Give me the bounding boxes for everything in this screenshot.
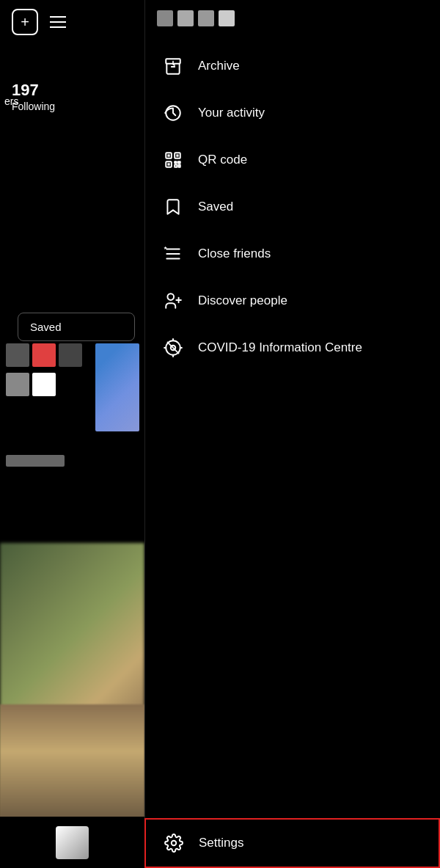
bookmark-icon xyxy=(163,197,183,217)
settings-label: Settings xyxy=(199,836,243,850)
svg-point-21 xyxy=(172,841,177,846)
menu-icon[interactable] xyxy=(50,16,66,28)
gear-icon xyxy=(164,833,184,853)
menu-item-archive[interactable]: Archive xyxy=(145,43,440,90)
saved-button[interactable]: Saved xyxy=(18,313,135,341)
covid-icon xyxy=(163,338,183,358)
thumb-5 xyxy=(32,373,56,396)
svg-rect-5 xyxy=(176,154,178,156)
discover-people-label: Discover people xyxy=(198,293,287,309)
color-squares-row xyxy=(145,0,440,37)
thumb-2 xyxy=(32,343,56,367)
thumbnail-row2 xyxy=(6,373,56,396)
saved-label: Saved xyxy=(198,199,233,215)
color-sq-4 xyxy=(219,10,235,26)
left-panel: + 197 Following ers Saved xyxy=(0,0,144,868)
svg-rect-6 xyxy=(167,163,169,165)
close-friends-icon xyxy=(163,244,183,264)
qr-icon xyxy=(163,150,183,170)
archive-label: Archive xyxy=(198,58,240,74)
nav-profile-thumb[interactable] xyxy=(56,826,89,859)
color-sq-1 xyxy=(157,10,173,26)
archive-icon xyxy=(163,56,183,76)
profile-stats: 197 Following xyxy=(0,44,144,125)
followers-partial: ers xyxy=(4,95,18,107)
discover-people-icon xyxy=(163,291,183,311)
menu-item-qr-code[interactable]: QR code xyxy=(145,136,440,183)
dropdown-menu: Archive Your activity xyxy=(145,37,440,377)
menu-item-discover-people[interactable]: Discover people xyxy=(145,277,440,324)
activity-label: Your activity xyxy=(198,105,265,121)
qr-label: QR code xyxy=(198,152,247,168)
svg-point-11 xyxy=(167,293,174,300)
thumbnail-row xyxy=(6,343,82,367)
activity-icon xyxy=(163,103,183,123)
close-friends-label: Close friends xyxy=(198,246,271,262)
large-photo-2 xyxy=(0,704,144,822)
top-icons-bar: + xyxy=(0,0,144,44)
menu-item-your-activity[interactable]: Your activity xyxy=(145,90,440,136)
thumb-3 xyxy=(59,343,82,367)
svg-rect-4 xyxy=(167,154,169,156)
svg-line-20 xyxy=(167,342,178,353)
menu-item-close-friends[interactable]: Close friends xyxy=(145,230,440,277)
settings-bar[interactable]: Settings xyxy=(144,818,440,868)
thumb-1 xyxy=(6,343,29,367)
new-post-icon[interactable]: + xyxy=(12,9,38,35)
menu-item-saved[interactable]: Saved xyxy=(145,183,440,230)
thumb-large-blue xyxy=(95,343,139,431)
color-sq-2 xyxy=(177,10,194,26)
color-sq-3 xyxy=(198,10,214,26)
bottom-nav-left xyxy=(0,817,144,868)
right-panel: Archive Your activity xyxy=(144,0,440,868)
pixel-bar xyxy=(6,455,65,467)
covid-label: COVID-19 Information Centre xyxy=(198,340,362,356)
thumb-4 xyxy=(6,373,29,396)
menu-item-covid[interactable]: COVID-19 Information Centre xyxy=(145,324,440,371)
